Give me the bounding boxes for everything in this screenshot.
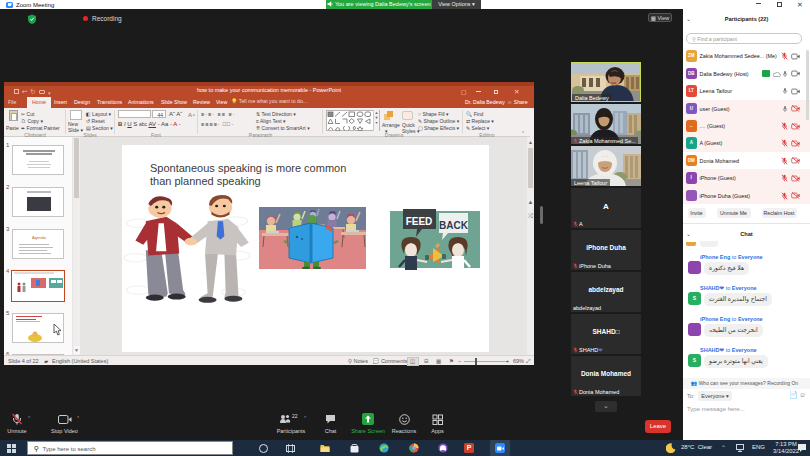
svg-text:BACK: BACK bbox=[439, 220, 469, 231]
svg-text:FEED: FEED bbox=[406, 216, 433, 227]
